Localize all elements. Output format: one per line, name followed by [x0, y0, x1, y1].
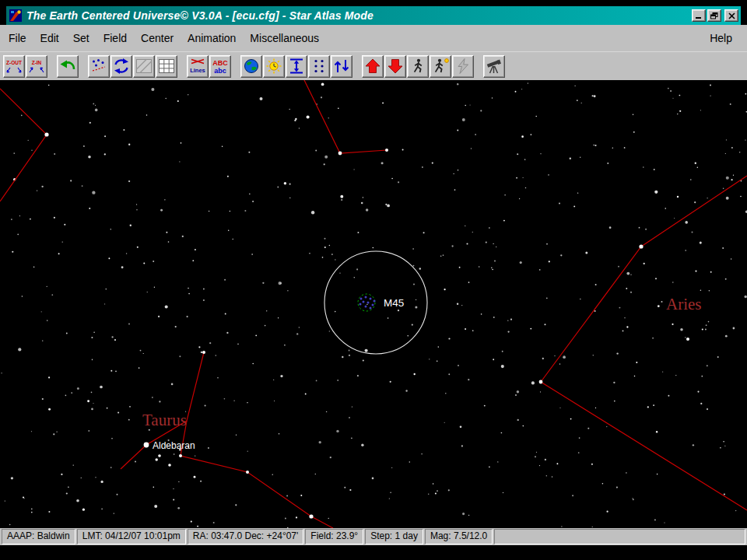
- menu-item-edit[interactable]: Edit: [33, 29, 66, 47]
- sky-view[interactable]: M45TaurusAriesAldebaran: [0, 80, 747, 528]
- m45-cluster: M45: [358, 294, 404, 311]
- red-up-arrow-icon: [363, 58, 382, 75]
- svg-text:abc: abc: [214, 67, 226, 75]
- field-of-view-circle: [324, 251, 427, 354]
- zoom-out-icon: Z-OUT: [5, 58, 23, 75]
- lightning-button: [452, 55, 474, 78]
- abc-text-icon: ABCabc: [211, 58, 230, 75]
- star-chart: M45TaurusAriesAldebaran: [0, 80, 747, 528]
- step-back-button[interactable]: [384, 55, 406, 78]
- close-icon: [728, 12, 735, 19]
- menu-item-center[interactable]: Center: [134, 29, 181, 47]
- constellation-lines-button[interactable]: Lines: [187, 55, 209, 78]
- constellation-line-west-1: [0, 89, 47, 201]
- constellation-label-aries: Aries: [666, 295, 702, 313]
- vertical-range-button[interactable]: [286, 55, 307, 78]
- svg-text:Lines: Lines: [190, 67, 205, 74]
- earth-globe-icon: [242, 58, 261, 75]
- earth-button[interactable]: [240, 55, 262, 78]
- vertical-arrows-icon: [287, 58, 306, 75]
- svg-text:Z-OUT: Z-OUT: [6, 60, 22, 65]
- magnitude-dots-button[interactable]: [308, 55, 330, 78]
- menu-item-set[interactable]: Set: [66, 29, 96, 47]
- sky-labels: TaurusAriesAldebaran: [142, 295, 702, 451]
- m45-label: M45: [384, 297, 404, 309]
- menu-item-file[interactable]: File: [2, 29, 33, 47]
- sun-clock-icon: [265, 58, 283, 75]
- walking-man-sun-icon: [431, 58, 450, 75]
- step-forward-button[interactable]: [362, 55, 384, 78]
- status-aaap: AAAP: Baldwin: [2, 529, 75, 544]
- dot-columns-icon: [310, 58, 328, 75]
- status-filler: [494, 529, 745, 544]
- hatch-button: [133, 55, 155, 78]
- close-button[interactable]: [724, 9, 738, 22]
- constellation-label-taurus: Taurus: [142, 411, 187, 429]
- bright-stars: [44, 132, 689, 518]
- constellation-line-aries: [541, 176, 747, 510]
- constellation-line-north: [304, 80, 387, 153]
- red-down-arrow-icon: [386, 58, 405, 75]
- animate-walk-button[interactable]: [407, 55, 429, 78]
- star-select-button[interactable]: [88, 55, 110, 78]
- menu-item-field[interactable]: Field: [96, 29, 134, 47]
- zoom-in-icon: Z-IN: [27, 58, 46, 75]
- undo-button[interactable]: [57, 55, 79, 78]
- status-ra-dec: RA: 03:47.0 Dec: +24°07': [188, 529, 304, 544]
- undo-arrow-icon: [58, 58, 77, 75]
- redraw-button[interactable]: [110, 55, 132, 78]
- menu-bar: FileEditSetFieldCenterAnimationMiscellan…: [0, 25, 747, 52]
- scroll-updown-button[interactable]: [331, 55, 352, 78]
- window-title: The Earth Centered Universe© V3.0A - [ec…: [26, 9, 690, 22]
- up-down-arrows-icon: [332, 58, 351, 75]
- status-mag: Mag: 7.5/12.0: [425, 529, 493, 544]
- status-lmt: LMT: 04/12/07 10:01pm: [77, 529, 186, 544]
- restore-icon: [710, 12, 718, 19]
- application-window: The Earth Centered Universe© V3.0A - [ec…: [0, 6, 747, 545]
- constellation-line-taurus-horn: [181, 421, 333, 528]
- grid-square-icon: [157, 58, 176, 75]
- coordinate-grid-button[interactable]: [156, 55, 177, 78]
- title-bar: The Earth Centered Universe© V3.0A - [ec…: [6, 6, 741, 25]
- star-dots-icon: [89, 58, 108, 75]
- toolbar: Z-OUTZ-INLinesABCabc: [0, 52, 747, 80]
- zoom-out-button[interactable]: Z-OUT: [3, 55, 25, 78]
- walking-man-icon: [409, 58, 427, 75]
- status-bar: AAAP: BaldwinLMT: 04/12/07 10:01pmRA: 03…: [0, 528, 747, 545]
- menu-item-animation[interactable]: Animation: [181, 29, 243, 47]
- lightning-bolt-icon: [454, 58, 472, 75]
- rotate-arrows-icon: [112, 58, 131, 75]
- starfield: [1, 82, 747, 528]
- telescope-button: [483, 55, 505, 78]
- minimize-button[interactable]: [692, 9, 706, 22]
- svg-text:Z-IN: Z-IN: [32, 60, 42, 65]
- menu-left: FileEditSetFieldCenterAnimationMiscellan…: [2, 29, 703, 47]
- menu-item-help[interactable]: Help: [703, 29, 739, 47]
- minimize-icon: [695, 12, 703, 19]
- hatch-square-icon: [135, 58, 153, 75]
- animate-walk-sun-button[interactable]: [430, 55, 451, 78]
- app-icon: [9, 9, 23, 23]
- lines-cross-icon: Lines: [188, 58, 207, 75]
- sun-time-button[interactable]: [263, 55, 285, 78]
- window-controls: [690, 9, 738, 22]
- status-step: Step: 1 day: [365, 529, 423, 544]
- status-field: Field: 23.9°: [305, 529, 363, 544]
- menu-item-miscellaneous[interactable]: Miscellaneous: [243, 29, 326, 47]
- telescope-icon: [485, 58, 503, 75]
- svg-text:ABC: ABC: [212, 59, 228, 67]
- text-labels-button[interactable]: ABCabc: [209, 55, 231, 78]
- zoom-in-button[interactable]: Z-IN: [26, 55, 47, 78]
- star-label-aldebaran: Aldebaran: [153, 440, 195, 451]
- menu-right: Help: [703, 29, 739, 47]
- restore-button[interactable]: [707, 9, 721, 22]
